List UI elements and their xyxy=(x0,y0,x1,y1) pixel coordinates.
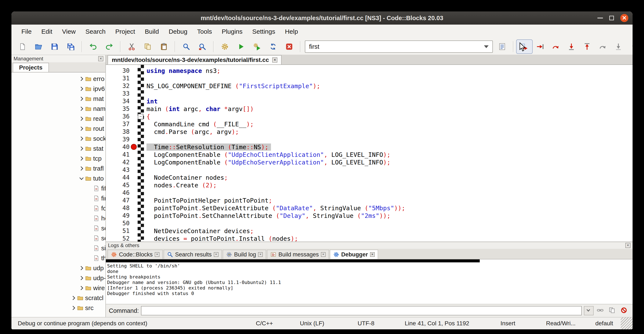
code-line-34[interactable]: 34int xyxy=(106,98,632,105)
undo-button[interactable] xyxy=(85,40,101,53)
tree-item-stat[interactable]: stat xyxy=(12,143,106,153)
log-tab-build-log[interactable]: Build log✕ xyxy=(223,250,266,259)
menu-file[interactable]: File xyxy=(16,26,36,37)
tree-item-scratcl[interactable]: scratcl xyxy=(12,293,106,303)
code-line-52[interactable]: 52 devices = pointToPoint.Install (nodes… xyxy=(106,235,632,242)
run-button[interactable] xyxy=(233,40,249,53)
tree-chevron-collapsed-icon[interactable] xyxy=(78,275,85,281)
run-to-cursor-button[interactable] xyxy=(532,40,548,53)
command-input[interactable] xyxy=(141,306,582,315)
menu-view[interactable]: View xyxy=(57,26,80,37)
tree-chevron-collapsed-icon[interactable] xyxy=(78,145,85,152)
tree-chevron-collapsed-icon[interactable] xyxy=(70,305,77,311)
find-button[interactable] xyxy=(178,40,194,53)
tree-item-tuto[interactable]: tuto xyxy=(12,173,106,183)
new-file-button[interactable] xyxy=(14,40,30,53)
code-line-46[interactable]: 46 xyxy=(106,189,632,197)
code-line-51[interactable]: 51 NetDeviceContainer devices; xyxy=(106,227,632,235)
tree-chevron-expanded-icon[interactable] xyxy=(78,175,85,182)
code-line-33[interactable]: 33 xyxy=(106,90,632,98)
build-button[interactable] xyxy=(217,40,233,53)
tree-chevron-collapsed-icon[interactable] xyxy=(78,265,85,271)
log-tab-debugger[interactable]: Debugger✕ xyxy=(330,250,378,259)
step-out-button[interactable] xyxy=(579,40,595,53)
cut-button[interactable] xyxy=(124,40,140,53)
code-line-48[interactable]: 48 pointToPoint.SetDeviceAttribute ("Dat… xyxy=(106,204,632,212)
tree-chevron-collapsed-icon[interactable] xyxy=(78,155,85,162)
log-tab-search-results[interactable]: Search results✕ xyxy=(164,250,222,259)
build-and-run-button[interactable] xyxy=(249,40,265,53)
log-tab-code-blocks[interactable]: Code::Blocks✕ xyxy=(108,250,163,259)
tree-chevron-collapsed-icon[interactable] xyxy=(78,125,85,132)
abort-build-button[interactable] xyxy=(281,40,297,53)
code-line-41[interactable]: 41 LogComponentEnable ("UdpEchoClientApp… xyxy=(106,151,632,159)
menu-plugins[interactable]: Plugins xyxy=(217,26,247,37)
menu-settings[interactable]: Settings xyxy=(248,26,280,37)
tree-chevron-collapsed-icon[interactable] xyxy=(78,106,85,112)
open-file-button[interactable] xyxy=(30,40,46,53)
rebuild-button[interactable] xyxy=(265,40,281,53)
tree-item-real[interactable]: real xyxy=(12,114,106,124)
debugger-log[interactable]: Setting SHELL to '/bin/sh'doneSetting br… xyxy=(106,259,632,304)
log-tab-close-icon[interactable]: ✕ xyxy=(155,252,160,257)
minimize-icon[interactable] xyxy=(598,18,603,19)
step-into-instruction-button[interactable] xyxy=(610,40,626,53)
tree-chevron-collapsed-icon[interactable] xyxy=(78,96,85,102)
editor-tab-close-icon[interactable]: ✕ xyxy=(272,58,277,63)
close-icon[interactable]: ✕ xyxy=(620,14,628,22)
code-line-44[interactable]: 44 NodeContainer nodes; xyxy=(106,174,632,181)
tree-chevron-collapsed-icon[interactable] xyxy=(78,165,85,172)
menu-edit[interactable]: Edit xyxy=(36,26,57,37)
code-line-45[interactable]: 45 nodes.Create (2); xyxy=(106,181,632,189)
tree-item-nam[interactable]: nam xyxy=(12,104,106,114)
fold-marker-icon[interactable]: − xyxy=(138,114,143,119)
code-line-49[interactable]: 49 pointToPoint.SetChannelAttribute ("De… xyxy=(106,212,632,220)
save-all-button[interactable] xyxy=(63,40,79,53)
next-instruction-button[interactable] xyxy=(595,40,610,53)
menu-debug[interactable]: Debug xyxy=(164,26,192,37)
tree-item-sock[interactable]: sock xyxy=(12,134,106,143)
log-tab-close-icon[interactable]: ✕ xyxy=(370,252,375,257)
code-line-50[interactable]: 50 xyxy=(106,220,632,227)
copy-log-button[interactable] xyxy=(608,306,617,315)
tree-item-fo[interactable]: fo xyxy=(12,203,106,213)
tree-chevron-collapsed-icon[interactable] xyxy=(78,86,85,92)
stop-debugger-button[interactable] xyxy=(620,306,629,315)
tab-projects[interactable]: Projects xyxy=(13,63,49,72)
next-line-button[interactable] xyxy=(548,40,564,53)
tree-item-erro[interactable]: erro xyxy=(12,74,106,84)
menu-project[interactable]: Project xyxy=(110,26,140,37)
log-tab-build-messages[interactable]: Build messages✕ xyxy=(267,250,329,259)
tree-item-wire[interactable]: wire xyxy=(12,283,106,293)
code-line-37[interactable]: 37 CommandLine cmd (__FILE__); xyxy=(106,120,632,128)
resize-grip[interactable] xyxy=(621,317,632,329)
tree-chevron-collapsed-icon[interactable] xyxy=(78,135,85,142)
tree-item-rout[interactable]: rout xyxy=(12,124,106,134)
command-history-button[interactable] xyxy=(584,306,594,315)
code-editor[interactable]: 30using namespace ns3;3132NS_LOG_COMPONE… xyxy=(106,65,632,242)
code-line-39[interactable]: 39 xyxy=(106,136,632,143)
tree-chevron-collapsed-icon[interactable] xyxy=(78,285,85,291)
menu-search[interactable]: Search xyxy=(81,26,110,37)
toolbar-overflow-button[interactable] xyxy=(626,40,632,53)
tree-item-trafl[interactable]: trafl xyxy=(12,163,106,173)
code-line-42[interactable]: 42 LogComponentEnable ("UdpEchoServerApp… xyxy=(106,159,632,166)
tree-chevron-collapsed-icon[interactable] xyxy=(70,295,77,301)
save-file-button[interactable] xyxy=(46,40,63,53)
menu-build[interactable]: Build xyxy=(140,26,164,37)
copy-button[interactable] xyxy=(140,40,156,53)
management-close-icon[interactable]: ✕ xyxy=(98,56,103,61)
tree-item-ipv6[interactable]: ipv6 xyxy=(12,84,106,94)
code-line-47[interactable]: 47 PointToPointHelper pointToPoint; xyxy=(106,197,632,204)
attach-log-button[interactable] xyxy=(596,306,606,315)
tree-item-fir[interactable]: fir xyxy=(12,193,106,203)
maximize-icon[interactable] xyxy=(609,16,614,20)
code-line-30[interactable]: 30using namespace ns3; xyxy=(106,67,632,75)
code-line-40[interactable]: 40 Time::SetResolution (Time::NS); xyxy=(106,143,632,151)
tree-item-udp[interactable]: udp xyxy=(12,263,106,273)
menu-help[interactable]: Help xyxy=(280,26,303,37)
breakpoint-icon[interactable] xyxy=(131,144,137,150)
tree-chevron-collapsed-icon[interactable] xyxy=(78,76,85,82)
log-tab-close-icon[interactable]: ✕ xyxy=(258,252,263,257)
code-line-32[interactable]: 32NS_LOG_COMPONENT_DEFINE ("FirstScriptE… xyxy=(106,82,632,90)
